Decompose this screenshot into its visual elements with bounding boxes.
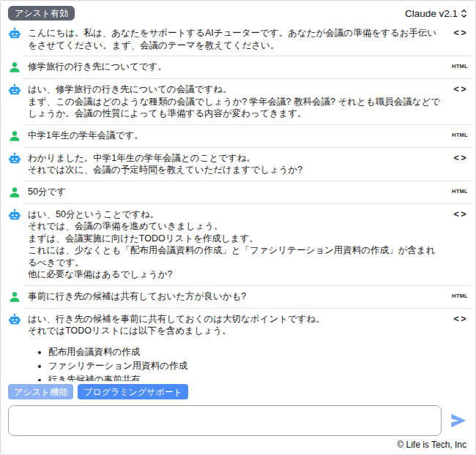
feature-badges-row: アシスト機能 プログラミングサポート (1, 381, 475, 405)
html-view-button[interactable]: HTML (452, 63, 468, 69)
message-text: 修学旅行の行き先についてです。 (28, 61, 439, 73)
message-row-user: 中学1年生の学年会議です。HTML (1, 125, 475, 147)
robot-icon (8, 208, 21, 222)
footer: © Life is Tech, Inc (1, 437, 475, 454)
send-icon (449, 421, 468, 432)
code-view-button[interactable]: <> (453, 209, 468, 219)
message-row-ai: はい、50分ということですね。それでは、会議の準備を進めていきましょう。まずは、… (1, 204, 475, 285)
code-view-button[interactable]: <> (453, 153, 468, 163)
assist-feature-badge[interactable]: アシスト機能 (8, 384, 73, 399)
message-text: はい、行き先の候補を事前に共有しておくのは大切なポイントですね。それではTODO… (28, 313, 441, 382)
message-text: わかりました。中学1年生の学年会議とのことですね。それでは次に、会議の予定時間を… (28, 152, 441, 176)
code-view-button[interactable]: <> (453, 28, 468, 38)
person-icon (8, 129, 21, 143)
message-paragraph: わかりました。中学1年生の学年会議とのことですね。それでは次に、会議の予定時間を… (28, 152, 441, 176)
model-selector-label: Claude v2.1 (405, 8, 458, 19)
programming-support-badge[interactable]: プログラミングサポート (78, 384, 188, 399)
person-icon (8, 186, 21, 199)
person-icon (8, 290, 21, 304)
message-paragraph: はい、修学旅行の行き先についての会議ですね。まず、この会議はどのような種類の会議… (28, 83, 441, 120)
html-view-button[interactable]: HTML (452, 188, 468, 195)
robot-icon (8, 313, 21, 326)
model-selector[interactable]: Claude v2.1 (405, 8, 468, 19)
chat-app: アシスト有効 Claude v2.1 こんにちは。私は、あなたをサポートするAI… (0, 0, 476, 455)
chat-list: こんにちは。私は、あなたをサポートするAIチューターです。あなたが会議の準備をす… (1, 23, 475, 381)
message-row-user: 修学旅行の行き先についてです。HTML (1, 56, 475, 78)
message-row-ai: こんにちは。私は、あなたをサポートするAIチューターです。あなたが会議の準備をす… (1, 23, 475, 56)
todo-item: 配布用会議資料の作成 (48, 346, 441, 358)
robot-icon (8, 152, 21, 165)
message-paragraph: 修学旅行の行き先についてです。 (28, 61, 439, 73)
code-view-button[interactable]: <> (453, 84, 468, 94)
unfold-more-icon (460, 9, 468, 18)
message-paragraph: 中学1年生の学年会議です。 (28, 129, 439, 142)
message-row-ai: はい、修学旅行の行き先についての会議ですね。まず、この会議はどのような種類の会議… (1, 79, 475, 124)
robot-icon (8, 27, 21, 40)
code-view-button[interactable]: <> (453, 314, 468, 324)
message-text: 50分です (28, 186, 439, 198)
message-paragraph: 事前に行き先の候補は共有しておいた方が良いかも? (28, 290, 439, 303)
todo-item: 行き先候補の事前共有 (48, 374, 441, 382)
message-text: こんにちは。私は、あなたをサポートするAIチューターです。あなたが会議の準備をす… (28, 27, 441, 51)
message-row-ai: はい、行き先の候補を事前に共有しておくのは大切なポイントですね。それではTODO… (1, 309, 475, 382)
todo-list: 配布用会議資料の作成ファシリテーション用資料の作成行き先候補の事前共有 (28, 346, 441, 382)
robot-icon (8, 83, 21, 97)
send-button[interactable] (446, 410, 471, 432)
header: アシスト有効 Claude v2.1 (1, 1, 475, 23)
message-text: はい、50分ということですね。それでは、会議の準備を進めていきましょう。まずは、… (28, 208, 441, 281)
message-input[interactable] (8, 405, 442, 436)
message-row-user: 50分ですHTML (1, 181, 475, 203)
assist-status-badge[interactable]: アシスト有効 (8, 6, 75, 20)
message-text: 事前に行き先の候補は共有しておいた方が良いかも? (28, 290, 439, 303)
message-text: はい、修学旅行の行き先についての会議ですね。まず、この会議はどのような種類の会議… (28, 83, 441, 120)
composer (1, 405, 475, 437)
person-icon (8, 61, 21, 74)
message-text: 中学1年生の学年会議です。 (28, 129, 439, 142)
message-row-ai: わかりました。中学1年生の学年会議とのことですね。それでは次に、会議の予定時間を… (1, 148, 475, 181)
message-paragraph: はい、行き先の候補を事前に共有しておくのは大切なポイントですね。それではTODO… (28, 313, 441, 337)
html-view-button[interactable]: HTML (452, 132, 468, 138)
todo-item: ファシリテーション用資料の作成 (48, 360, 441, 372)
message-paragraph: 50分です (28, 186, 439, 198)
message-paragraph: はい、50分ということですね。それでは、会議の準備を進めていきましょう。まずは、… (28, 208, 441, 281)
message-paragraph: こんにちは。私は、あなたをサポートするAIチューターです。あなたが会議の準備をす… (28, 27, 441, 51)
message-row-user: 事前に行き先の候補は共有しておいた方が良いかも?HTML (1, 286, 475, 308)
copyright-text: © Life is Tech, Inc (397, 440, 466, 450)
html-view-button[interactable]: HTML (452, 293, 468, 299)
